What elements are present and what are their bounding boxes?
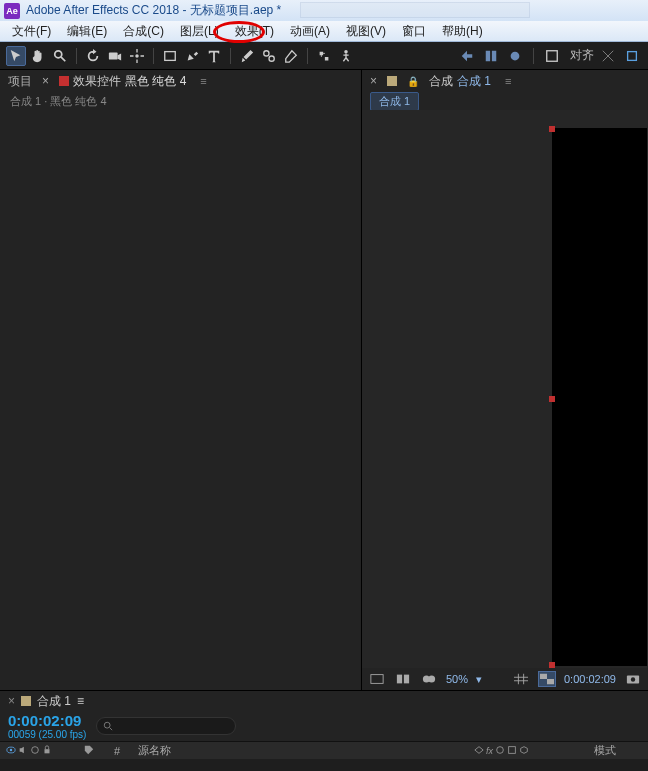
selection-handle[interactable]	[549, 396, 555, 402]
svg-rect-1	[109, 52, 118, 59]
lock-icon[interactable]: 🔒	[407, 76, 419, 87]
eraser-tool[interactable]	[281, 46, 301, 66]
svg-rect-7	[486, 50, 490, 61]
timeline-columns: # 源名称 fx 模式	[0, 741, 648, 759]
type-tool[interactable]	[204, 46, 224, 66]
comp-active-name: 合成 1	[457, 73, 491, 90]
tab-effect-controls[interactable]: 效果控件 黑色 纯色 4	[59, 73, 186, 90]
snap-checkbox[interactable]	[542, 46, 562, 66]
clone-tool[interactable]	[259, 46, 279, 66]
lock-icon[interactable]	[42, 745, 52, 757]
tool-separator	[533, 48, 534, 64]
comp-flow-chip[interactable]: 合成 1	[370, 92, 419, 111]
puppet-tool[interactable]	[336, 46, 356, 66]
mask-view-icon[interactable]	[420, 671, 438, 687]
col-number[interactable]: #	[108, 745, 132, 757]
viewer-timecode[interactable]: 0:00:02:09	[564, 673, 616, 685]
tab-project[interactable]: 项目	[8, 73, 32, 90]
menu-file[interactable]: 文件(F)	[4, 21, 59, 42]
effect-controls-prefix: 效果控件	[73, 73, 121, 90]
left-panel-tabs: 项目 × 效果控件 黑色 纯色 4 ≡	[0, 70, 361, 92]
rotate-tool[interactable]	[83, 46, 103, 66]
channel-icon[interactable]	[394, 671, 412, 687]
fx-icon[interactable]: fx	[486, 746, 493, 756]
effect-controls-target: 黑色 纯色 4	[125, 73, 186, 90]
svg-rect-12	[371, 675, 383, 684]
layer-color-swatch	[59, 76, 69, 86]
menu-window[interactable]: 窗口	[394, 21, 434, 42]
svg-rect-14	[404, 675, 409, 684]
resolution-icon[interactable]	[368, 671, 386, 687]
svg-point-4	[264, 50, 269, 55]
svg-point-24	[32, 746, 39, 753]
menu-edit[interactable]: 编辑(E)	[59, 21, 115, 42]
camera-tool[interactable]	[105, 46, 125, 66]
comp-tab-close-icon[interactable]: ×	[370, 74, 377, 88]
menu-view[interactable]: 视图(V)	[338, 21, 394, 42]
tab-project-label: 项目	[8, 73, 32, 90]
roto-tool[interactable]	[314, 46, 334, 66]
menu-effect[interactable]: 效果(T)	[227, 21, 282, 42]
timeline-time-row: 0:00:02:09 00059 (25.00 fps)	[0, 711, 648, 741]
menu-help[interactable]: 帮助(H)	[434, 21, 491, 42]
timeline-tab-name[interactable]: 合成 1	[37, 693, 71, 710]
app-logo: Ae	[4, 3, 20, 19]
comp-canvas[interactable]	[552, 128, 647, 666]
grid-icon[interactable]	[512, 671, 530, 687]
tool-bar: 对齐	[0, 42, 648, 70]
menu-layer[interactable]: 图层(L)	[172, 21, 227, 42]
snapshot-icon[interactable]	[624, 671, 642, 687]
menu-anim[interactable]: 动画(A)	[282, 21, 338, 42]
hand-tool[interactable]	[28, 46, 48, 66]
col-source-name[interactable]: 源名称	[132, 743, 468, 758]
effect-controls-path: 合成 1 · 黑色 纯色 4	[0, 92, 361, 112]
panel-toggle-c[interactable]	[505, 46, 525, 66]
snap-opts-a[interactable]	[598, 46, 618, 66]
tool-separator	[307, 48, 308, 64]
rectangle-tool[interactable]	[160, 46, 180, 66]
selection-handle[interactable]	[549, 126, 555, 132]
panel-row: 项目 × 效果控件 黑色 纯色 4 ≡ 合成 1 · 黑色 纯色 4 × 🔒 合…	[0, 70, 648, 690]
svg-rect-3	[165, 51, 176, 60]
shy-icon[interactable]	[474, 745, 484, 757]
timeline-tab-close-icon[interactable]: ×	[8, 694, 15, 708]
panel-toggle-a[interactable]	[457, 46, 477, 66]
panel-menu-icon[interactable]: ≡	[196, 75, 210, 87]
snap-opts-b[interactable]	[622, 46, 642, 66]
current-timecode[interactable]: 0:00:02:09	[8, 712, 86, 729]
tab-composition[interactable]: 合成 合成 1	[429, 73, 491, 90]
motion-blur-icon[interactable]	[495, 745, 505, 757]
label-icon[interactable]	[84, 745, 94, 757]
comp-panel-menu-icon[interactable]: ≡	[501, 75, 515, 87]
timeline-menu-icon[interactable]: ≡	[77, 694, 84, 708]
snap-label: 对齐	[570, 47, 594, 64]
solo-icon[interactable]	[30, 745, 40, 757]
eye-icon[interactable]	[6, 745, 16, 757]
svg-point-23	[10, 748, 13, 751]
composition-viewer[interactable]	[362, 110, 648, 668]
pan-behind-tool[interactable]	[127, 46, 147, 66]
selection-handle[interactable]	[549, 662, 555, 668]
pen-tool[interactable]	[182, 46, 202, 66]
panel-toggle-b[interactable]	[481, 46, 501, 66]
svg-rect-27	[509, 746, 516, 753]
brush-tool[interactable]	[237, 46, 257, 66]
comp-swatch	[387, 76, 397, 86]
zoom-level[interactable]: 50%	[446, 673, 468, 685]
zoom-tool[interactable]	[50, 46, 70, 66]
timeline-search-input[interactable]	[96, 717, 236, 735]
tab-project-close-icon[interactable]: ×	[42, 74, 49, 88]
svg-rect-25	[45, 749, 50, 753]
audio-icon[interactable]	[18, 745, 28, 757]
svg-point-5	[269, 56, 274, 61]
3d-icon[interactable]	[519, 745, 529, 757]
title-bar: Ae Adobe After Effects CC 2018 - 无标题项目.a…	[0, 0, 648, 21]
menu-comp[interactable]: 合成(C)	[115, 21, 172, 42]
adjustment-icon[interactable]	[507, 745, 517, 757]
col-mode[interactable]: 模式	[588, 743, 648, 758]
selection-tool[interactable]	[6, 46, 26, 66]
menu-bar: 文件(F) 编辑(E) 合成(C) 图层(L) 效果(T) 动画(A) 视图(V…	[0, 21, 648, 42]
zoom-dropdown-icon[interactable]: ▾	[476, 673, 482, 686]
svg-point-20	[631, 677, 635, 681]
transparency-icon[interactable]	[538, 671, 556, 687]
